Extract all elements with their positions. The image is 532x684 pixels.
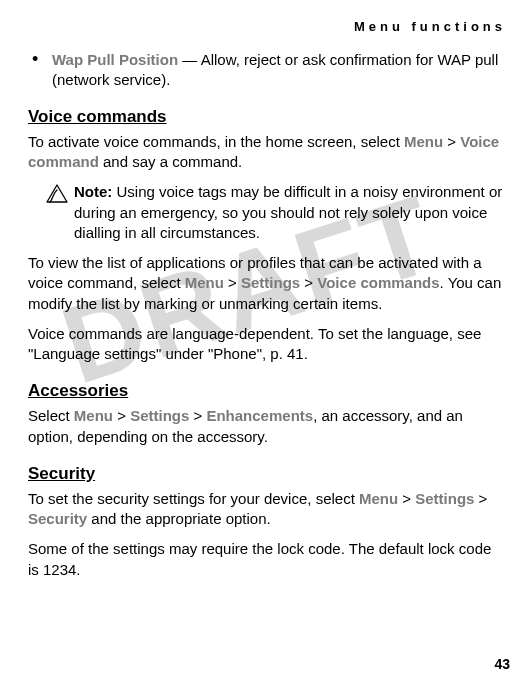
sep: > [443,133,460,150]
menu-path-menu: Menu [404,133,443,150]
sep: > [224,274,241,291]
heading-accessories: Accessories [28,380,506,403]
sep: > [300,274,317,291]
sep: > [474,490,487,507]
note-block: Note: Using voice tags may be difficult … [46,182,506,243]
note-label: Note: [74,183,112,200]
voice-p1: To activate voice commands, in the home … [28,132,506,173]
running-header: Menu functions [28,18,506,36]
menu-path-settings: Settings [241,274,300,291]
menu-path-menu: Menu [74,407,113,424]
note-body: Using voice tags may be difficult in a n… [74,183,502,241]
note-text-wrapper: Note: Using voice tags may be difficult … [74,182,506,243]
accessories-p: Select Menu > Settings > Enhancements, a… [28,406,506,447]
heading-voice-commands: Voice commands [28,106,506,129]
bullet-marker: • [28,50,52,91]
menu-path-settings: Settings [415,490,474,507]
text: and the appropriate option. [87,510,270,527]
note-icon [46,182,74,243]
text: To activate voice commands, in the home … [28,133,404,150]
page-number: 43 [494,655,510,674]
menu-path-menu: Menu [359,490,398,507]
text: Select [28,407,74,424]
sep: > [113,407,130,424]
bullet-item: • Wap Pull Position — Allow, reject or a… [28,50,506,91]
menu-path-voice-commands: Voice commands [317,274,439,291]
text: To set the security settings for your de… [28,490,359,507]
security-p1: To set the security settings for your de… [28,489,506,530]
menu-path-security: Security [28,510,87,527]
security-p2: Some of the settings may require the loc… [28,539,506,580]
bullet-dash: — [178,51,201,68]
voice-p3: Voice commands are language-dependent. T… [28,324,506,365]
bullet-term: Wap Pull Position [52,51,178,68]
menu-path-menu: Menu [185,274,224,291]
menu-path-enhancements: Enhancements [206,407,313,424]
menu-path-settings: Settings [130,407,189,424]
voice-p2: To view the list of applications or prof… [28,253,506,314]
text: and say a command. [99,153,242,170]
bullet-text: Wap Pull Position — Allow, reject or ask… [52,50,506,91]
sep: > [189,407,206,424]
heading-security: Security [28,463,506,486]
sep: > [398,490,415,507]
page-content: Menu functions • Wap Pull Position — All… [28,18,506,580]
